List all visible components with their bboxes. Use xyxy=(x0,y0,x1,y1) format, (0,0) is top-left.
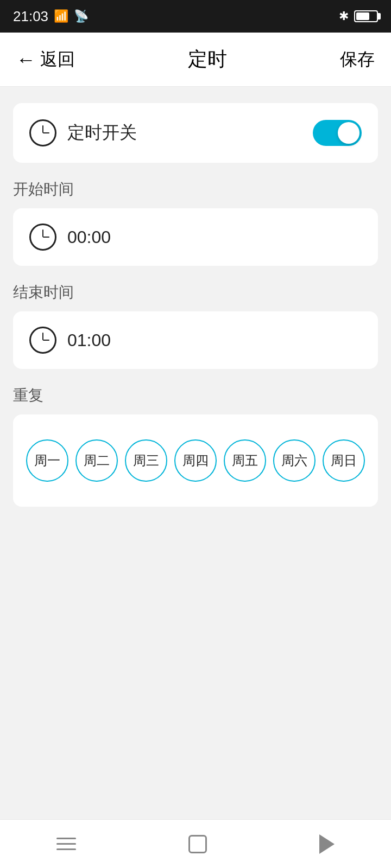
wifi-icon: 📡 xyxy=(74,9,89,23)
bottom-nav xyxy=(0,819,391,868)
timer-toggle-card: 定时开关 xyxy=(13,103,378,163)
status-right: ✱ xyxy=(339,9,378,23)
end-time-value: 01:00 xyxy=(67,330,111,350)
toggle-label: 定时开关 xyxy=(67,121,137,145)
repeat-card: 周一周二周三周四周五周六周日 xyxy=(13,414,378,507)
start-time-card[interactable]: 00:00 xyxy=(13,208,378,266)
day-circle-3[interactable]: 周四 xyxy=(174,439,217,482)
start-time-value: 00:00 xyxy=(67,227,111,247)
day-circle-6[interactable]: 周日 xyxy=(323,439,365,482)
battery-icon xyxy=(354,10,378,22)
day-circle-1[interactable]: 周二 xyxy=(75,439,118,482)
status-time: 21:03 xyxy=(13,8,48,25)
start-time-row: 00:00 xyxy=(29,208,362,266)
end-clock-icon xyxy=(29,327,56,354)
day-circle-4[interactable]: 周五 xyxy=(224,439,266,482)
clock-icon xyxy=(29,119,56,146)
days-row: 周一周二周三周四周五周六周日 xyxy=(26,431,365,490)
page-title: 定时 xyxy=(188,46,227,73)
start-time-label: 开始时间 xyxy=(13,179,378,200)
end-time-card[interactable]: 01:00 xyxy=(13,311,378,369)
status-left: 21:03 📶 📡 xyxy=(13,8,89,25)
timer-toggle-switch[interactable] xyxy=(313,120,362,146)
day-circle-0[interactable]: 周一 xyxy=(26,439,68,482)
menu-icon[interactable] xyxy=(56,838,76,850)
repeat-label: 重复 xyxy=(13,385,378,406)
signal-icon: 📶 xyxy=(54,9,68,23)
save-button[interactable]: 保存 xyxy=(340,48,375,72)
day-circle-5[interactable]: 周六 xyxy=(273,439,316,482)
back-nav-icon[interactable] xyxy=(319,834,335,854)
content: 定时开关 开始时间 00:00 结束时间 01:00 重复 周一周二周三周四周五… xyxy=(0,87,391,819)
end-time-row: 01:00 xyxy=(29,311,362,369)
nav-bar: ← 返回 定时 保存 xyxy=(0,33,391,87)
toggle-left: 定时开关 xyxy=(29,119,137,146)
bluetooth-icon: ✱ xyxy=(339,9,349,23)
back-button[interactable]: ← 返回 xyxy=(16,48,75,72)
day-circle-2[interactable]: 周三 xyxy=(125,439,167,482)
status-bar: 21:03 📶 📡 ✱ xyxy=(0,0,391,33)
back-arrow-icon: ← xyxy=(16,50,36,69)
start-clock-icon xyxy=(29,224,56,251)
end-time-label: 结束时间 xyxy=(13,282,378,303)
back-label: 返回 xyxy=(40,48,75,72)
home-icon[interactable] xyxy=(188,835,207,853)
toggle-row: 定时开关 xyxy=(29,103,362,163)
